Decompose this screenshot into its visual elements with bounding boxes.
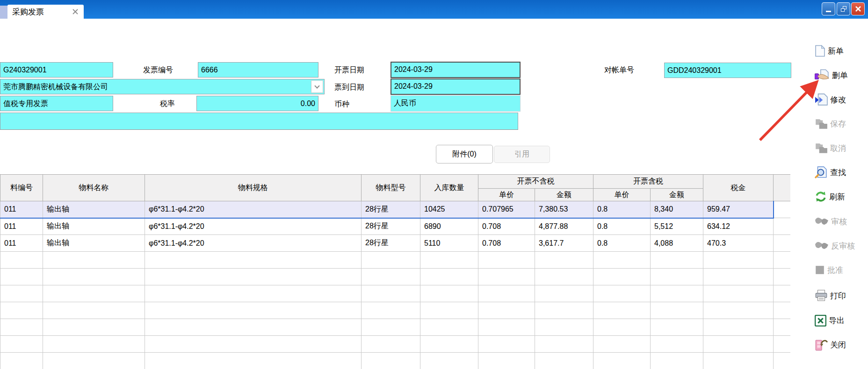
table-cell[interactable]: 6890 (420, 218, 478, 235)
table-cell[interactable]: 5110 (420, 235, 478, 252)
table-cell[interactable] (362, 252, 420, 269)
table-row[interactable]: 011输出轴φ6*31.1-φ4.2*2028行星51100.7083,617.… (0, 235, 791, 252)
sidebar-button-print[interactable]: 打印 (815, 288, 866, 304)
table-row[interactable] (0, 353, 791, 369)
sidebar-button-refresh[interactable]: 刷新 (815, 189, 866, 205)
col-header-with-tax-group[interactable]: 开票含税 (593, 175, 703, 189)
table-cell[interactable] (774, 302, 791, 319)
table-cell[interactable]: 0.8 (593, 218, 651, 235)
table-cell[interactable] (478, 302, 535, 319)
table-cell[interactable]: φ6*31.1-φ4.2*20 (145, 235, 362, 252)
supplier-dropdown[interactable]: 莞市腾鹏精密机械设备有限公司 (0, 79, 325, 94)
table-cell[interactable] (478, 319, 535, 336)
table-cell[interactable]: 28行星 (362, 235, 420, 252)
table-cell[interactable] (0, 285, 43, 302)
table-cell[interactable] (362, 336, 420, 353)
table-cell[interactable]: 011 (0, 218, 43, 235)
table-cell[interactable] (145, 285, 362, 302)
table-cell[interactable] (43, 285, 145, 302)
arrive-date-field[interactable]: 2024-03-29 (391, 78, 521, 95)
inactive-tab-sliver[interactable] (0, 6, 7, 19)
table-row[interactable]: 011输出轴φ6*31.1-φ4.2*2028行星104250.7079657,… (0, 201, 791, 218)
table-cell[interactable] (774, 218, 791, 235)
table-cell[interactable] (651, 319, 703, 336)
table-cell[interactable]: 28行星 (362, 201, 420, 218)
table-cell[interactable] (43, 319, 145, 336)
table-cell[interactable] (703, 252, 774, 269)
table-cell[interactable] (478, 285, 535, 302)
table-cell[interactable] (651, 302, 703, 319)
restore-button[interactable] (837, 2, 850, 15)
table-cell[interactable] (651, 285, 703, 302)
table-cell[interactable]: 4,088 (651, 235, 703, 252)
table-cell[interactable] (362, 319, 420, 336)
table-cell[interactable]: 输出轴 (43, 218, 145, 235)
table-cell[interactable] (651, 353, 703, 369)
table-cell[interactable] (703, 285, 774, 302)
table-cell[interactable] (420, 269, 478, 285)
table-cell[interactable] (43, 353, 145, 369)
table-cell[interactable] (362, 285, 420, 302)
table-cell[interactable] (478, 269, 535, 285)
table-cell[interactable] (651, 252, 703, 269)
table-cell[interactable] (0, 336, 43, 353)
table-cell[interactable] (651, 336, 703, 353)
table-cell[interactable] (145, 319, 362, 336)
table-cell[interactable] (535, 336, 593, 353)
table-cell[interactable] (0, 319, 43, 336)
table-cell[interactable] (362, 353, 420, 369)
table-cell[interactable]: 8,340 (651, 201, 703, 218)
table-cell[interactable] (145, 302, 362, 319)
table-cell[interactable] (535, 319, 593, 336)
reference-button[interactable]: 引用 (494, 146, 550, 163)
table-cell[interactable]: 3,617.7 (535, 235, 593, 252)
table-row[interactable] (0, 319, 791, 336)
table-cell[interactable] (703, 353, 774, 369)
col-header-code[interactable]: 料编号 (0, 175, 43, 201)
table-cell[interactable]: 0.8 (593, 235, 651, 252)
table-cell[interactable]: φ6*31.1-φ4.2*20 (145, 218, 362, 235)
table-cell[interactable] (774, 336, 791, 353)
table-cell[interactable]: 10425 (420, 201, 478, 218)
table-cell[interactable] (774, 235, 791, 252)
table-cell[interactable]: 011 (0, 201, 43, 218)
table-cell[interactable] (535, 353, 593, 369)
table-cell[interactable] (420, 252, 478, 269)
table-cell[interactable] (535, 269, 593, 285)
table-cell[interactable] (43, 336, 145, 353)
tab-close-icon[interactable] (72, 8, 79, 15)
sidebar-button-find[interactable]: 查找 (815, 164, 866, 180)
sidebar-button-modify[interactable]: 修改 (815, 92, 866, 107)
table-cell[interactable] (774, 269, 791, 285)
table-cell[interactable] (703, 269, 774, 285)
table-cell[interactable] (593, 285, 651, 302)
table-cell[interactable] (145, 336, 362, 353)
recon-no-field[interactable]: GDD240329001 (664, 63, 791, 78)
col-header-unit-price-2[interactable]: 单价 (593, 189, 651, 201)
sidebar-button-audit[interactable]: 审核 (815, 213, 866, 229)
table-cell[interactable] (651, 269, 703, 285)
minimize-button[interactable] (822, 2, 835, 15)
table-cell[interactable]: 011 (0, 235, 43, 252)
table-cell[interactable] (478, 252, 535, 269)
sidebar-button-unaudit[interactable]: 反审核 (815, 238, 866, 254)
table-row[interactable] (0, 285, 791, 302)
col-header-qty[interactable]: 入库数量 (420, 175, 478, 201)
table-cell[interactable]: 959.47 (703, 201, 774, 218)
currency-field[interactable]: 人民币 (391, 95, 521, 112)
remark-field[interactable] (0, 113, 518, 130)
tab-purchase-invoice[interactable]: 采购发票 (7, 5, 84, 19)
table-cell[interactable]: 0.707965 (478, 201, 535, 218)
table-cell[interactable] (420, 319, 478, 336)
table-cell[interactable]: 7,380.53 (535, 201, 593, 218)
col-header-amount-2[interactable]: 金额 (651, 189, 703, 201)
sidebar-button-new[interactable]: 新单 (815, 43, 866, 59)
col-header-no-tax-group[interactable]: 开票不含税 (478, 175, 593, 189)
table-cell[interactable] (362, 302, 420, 319)
invoice-no-field[interactable]: 6666 (198, 62, 318, 78)
table-cell[interactable] (703, 336, 774, 353)
table-row[interactable] (0, 302, 791, 319)
sidebar-button-approve[interactable]: 批准 (815, 262, 866, 278)
close-button[interactable] (851, 2, 865, 15)
table-cell[interactable] (43, 302, 145, 319)
